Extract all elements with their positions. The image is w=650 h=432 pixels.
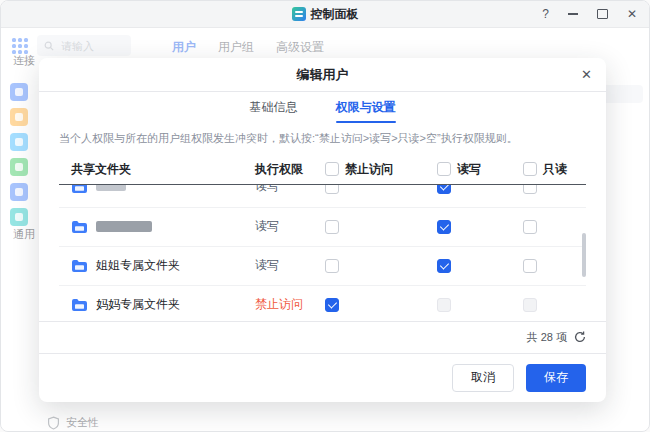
deny-checkbox[interactable] (325, 298, 339, 312)
vertical-scrollbar[interactable] (582, 233, 586, 277)
select-all-readwrite-checkbox[interactable] (437, 162, 451, 176)
readwrite-checkbox[interactable] (437, 220, 451, 234)
app-window: 控制面板 ? ✕ 用户 用户组 高级设置 连接 通用 (0, 0, 650, 432)
tab-permissions[interactable]: 权限与设置 (336, 92, 396, 123)
table-body: 读写读写姐姐专属文件夹读写妈妈专属文件夹禁止访问 (59, 185, 586, 321)
table-row: 妈妈专属文件夹禁止访问 (59, 286, 586, 321)
dialog-tabs: 基础信息 权限与设置 (39, 92, 606, 123)
title-bar: 控制面板 ? ✕ (1, 1, 649, 28)
permission-rule-notice: 当个人权限与所在的用户组权限发生冲突时，默认按:“禁止访问>读写>只读>空”执行… (59, 130, 586, 147)
readonly-checkbox[interactable] (523, 259, 537, 273)
window-title-group: 控制面板 (292, 6, 359, 23)
folder-icon (71, 220, 88, 234)
cancel-button[interactable]: 取消 (452, 364, 514, 392)
folder-name: 妈妈专属文件夹 (96, 296, 180, 313)
close-dialog-icon[interactable]: ✕ (581, 58, 592, 91)
permission-text: 读写 (255, 185, 325, 196)
control-panel-icon (292, 7, 306, 21)
folder-icon (71, 259, 88, 273)
readonly-checkbox[interactable] (523, 298, 537, 312)
item-count: 共 28 项 (527, 330, 567, 345)
shared-folder-table: 共享文件夹 执行权限 禁止访问 读写 只读 读写读写姐姐专属文件夹读写妈妈专属文… (59, 155, 586, 321)
maximize-icon[interactable] (597, 9, 608, 19)
redacted-folder-name (96, 221, 152, 232)
col-deny-access: 禁止访问 (345, 161, 393, 178)
window-title: 控制面板 (311, 6, 359, 23)
table-row: 读写 (59, 208, 586, 247)
permission-text: 禁止访问 (255, 296, 325, 313)
table-row: 读写 (59, 185, 586, 208)
readwrite-checkbox[interactable] (437, 298, 451, 312)
deny-checkbox[interactable] (325, 220, 339, 234)
help-icon[interactable]: ? (542, 8, 549, 20)
dialog-title: 编辑用户 (297, 66, 349, 84)
table-row: 姐姐专属文件夹读写 (59, 247, 586, 286)
readonly-checkbox[interactable] (523, 220, 537, 234)
folder-name: 姐姐专属文件夹 (96, 257, 180, 274)
refresh-icon[interactable] (574, 331, 586, 343)
readwrite-checkbox[interactable] (437, 185, 451, 194)
minimize-icon[interactable] (568, 13, 578, 15)
deny-checkbox[interactable] (325, 259, 339, 273)
readonly-checkbox[interactable] (523, 185, 537, 194)
folder-icon (71, 185, 88, 194)
col-shared-folder: 共享文件夹 (59, 161, 255, 178)
col-readwrite: 读写 (457, 161, 481, 178)
select-all-readonly-checkbox[interactable] (523, 162, 537, 176)
deny-checkbox[interactable] (325, 185, 339, 194)
col-readonly: 只读 (543, 161, 567, 178)
readwrite-checkbox[interactable] (437, 259, 451, 273)
folder-icon (71, 298, 88, 312)
table-header: 共享文件夹 执行权限 禁止访问 读写 只读 (59, 155, 586, 185)
edit-user-dialog: 编辑用户 ✕ 基础信息 权限与设置 当个人权限与所在的用户组权限发生冲突时，默认… (39, 58, 606, 402)
select-all-deny-checkbox[interactable] (325, 162, 339, 176)
permission-text: 读写 (255, 218, 325, 235)
close-window-icon[interactable]: ✕ (627, 8, 637, 20)
redacted-folder-name (96, 185, 126, 192)
tab-basic-info[interactable]: 基础信息 (250, 92, 298, 123)
save-button[interactable]: 保存 (526, 364, 586, 392)
col-exec-permission: 执行权限 (255, 161, 325, 178)
permission-text: 读写 (255, 257, 325, 274)
